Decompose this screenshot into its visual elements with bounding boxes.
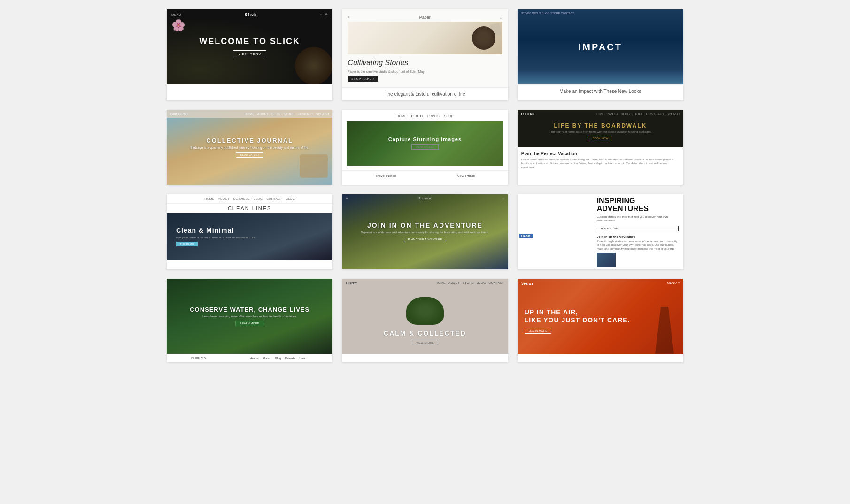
dusk-footer-brand: DUSK 2.0: [191, 357, 206, 360]
theme-gallery: MENU Slick ⌕ ⊕ 🌸 WELCOME TO SLICK VIEW M…: [167, 9, 683, 362]
cento-footer: Travel Notes New Prints: [342, 170, 508, 181]
slick-hero-text: WELCOME TO SLICK: [199, 37, 300, 46]
birdseye-cta-button[interactable]: READ LATEST: [236, 152, 263, 158]
card-oasis[interactable]: OASIS INSPIRING ADVENTURES Curated stori…: [518, 194, 683, 269]
lucent-brand: LUCENT: [521, 112, 534, 115]
superset-cta-button[interactable]: PLAN YOUR ADVENTURE: [404, 237, 447, 242]
card-impact[interactable]: STORY ABOUT BLOG STORE CONTACT IMPACT Ma…: [518, 9, 683, 100]
venus-brand: Venus: [521, 281, 534, 286]
impact-footer: Make an Impact with These New Looks: [518, 84, 683, 98]
paper-cta-button[interactable]: SHOP PAPER: [348, 76, 378, 82]
oasis-subtext: Join in on the Adventure: [597, 235, 679, 238]
venus-cta-button[interactable]: LEARN MORE: [525, 328, 552, 334]
birdseye-home: HOME: [245, 112, 255, 115]
venus-preview: Venus MENU ≡ UP IN THE AIR, LIKE YOU JUS…: [518, 279, 683, 354]
unite-store: STORE: [463, 281, 474, 285]
paper-footer: The elegant & tasteful cultivation of li…: [342, 87, 508, 100]
birdseye-house-deco: [300, 154, 328, 178]
birdseye-contact: CONTACT: [297, 112, 313, 115]
oasis-right-content: INSPIRING ADVENTURES Curated stories and…: [592, 194, 683, 269]
dusk-nav-lunch: Lunch: [299, 357, 308, 360]
unite-home: HOME: [436, 281, 446, 285]
card-superset[interactable]: ≡ Superset ⌕ JOIN IN ON THE ADVENTURE Su…: [342, 194, 508, 269]
cento-nav2: CENTO: [411, 115, 423, 118]
slick-cta-button[interactable]: VIEW MENU: [233, 50, 266, 57]
cento-nav: HOME CENTO PRINTS SHOP: [347, 115, 503, 118]
paper-coffee-cup: [472, 26, 495, 50]
impact-nav: STORY ABOUT BLOG STORE CONTACT: [518, 9, 683, 17]
lucent-cta-button[interactable]: BOOK NOW: [588, 136, 612, 141]
cento-hero-image: Capture Stunning Images VIEW LATEST: [347, 121, 503, 166]
cleanlines-nav: HOME ABOUT SERVICES BLOG CONTACT BLOG: [167, 194, 332, 204]
dusk-nav-donate: Donate: [285, 357, 296, 360]
dusk-hero-text: CONSERVE WATER, CHANGE LIVES: [190, 306, 309, 313]
birdseye-desc: Birdseye is a quarterly published journe…: [190, 146, 309, 149]
lucent-invest: INVEST: [607, 112, 618, 115]
lucent-bottom-section: Plan the Perfect Vacation Lorem ipsum do…: [518, 147, 683, 185]
card-cento[interactable]: HOME CENTO PRINTS SHOP Capture Stunning …: [342, 110, 508, 185]
card-venus[interactable]: Venus MENU ≡ UP IN THE AIR, LIKE YOU JUS…: [518, 279, 683, 362]
superset-menu-icon: ≡: [346, 197, 348, 200]
birdseye-hero-text: COLLECTIVE JOURNAL: [206, 137, 293, 144]
cleanlines-hero-desc: Everyone needs a breath of fresh air ami…: [176, 236, 256, 239]
impact-preview: STORY ABOUT BLOG STORE CONTACT IMPACT: [518, 9, 683, 84]
cento-home: HOME: [397, 115, 407, 118]
dusk-nav-home: Home: [250, 357, 259, 360]
oasis-cta-button[interactable]: BOOK A TRIP: [597, 226, 679, 231]
card-paper[interactable]: ≡ Paper ⌕ Cultivating Stories Paper is t…: [342, 9, 508, 100]
oasis-small-text: Read through stories and memories of our…: [597, 239, 679, 251]
dusk-preview: CONSERVE WATER, CHANGE LIVES Learn how c…: [167, 279, 332, 354]
paper-menu-icon: ≡: [348, 15, 350, 20]
dusk-desc: Learn how conserving water affects much …: [202, 315, 297, 318]
card-slick[interactable]: MENU Slick ⌕ ⊕ 🌸 WELCOME TO SLICK VIEW M…: [167, 9, 332, 100]
paper-brand: Paper: [419, 15, 431, 20]
cleanlines-hero-title: Clean & Minimal: [176, 227, 234, 234]
lucent-nav: LUCENT HOME INVEST BLOG STORE CONTRACT S…: [518, 110, 683, 118]
cleanlines-nav-blog: BLOG: [254, 197, 263, 200]
unite-nav: UNITE HOME ABOUT STORE BLOG CONTACT: [342, 279, 508, 288]
cleanlines-cta-button[interactable]: THE BLOG: [176, 242, 198, 246]
card-dusk[interactable]: CONSERVE WATER, CHANGE LIVES Learn how c…: [167, 279, 332, 362]
oasis-thumbnail: [597, 253, 616, 267]
unite-blog: BLOG: [477, 281, 486, 285]
dusk-footer-nav: Home About Blog Donate Lunch: [250, 357, 309, 360]
cento-nav3: PRINTS: [427, 115, 440, 118]
venus-hero-text: UP IN THE AIR, LIKE YOU JUST DON'T CARE.: [518, 308, 630, 324]
unite-preview: UNITE HOME ABOUT STORE BLOG CONTACT CALM…: [342, 279, 508, 354]
paper-hero-image: [348, 22, 502, 54]
slick-menu: MENU: [171, 13, 181, 16]
paper-desc: Paper is the creative studio & shopfront…: [348, 70, 425, 73]
lucent-top-title: LIFE BY THE BOARDWALK: [554, 122, 647, 129]
cart-icon: ⊕: [325, 13, 328, 16]
search-icon: ⌕: [320, 13, 322, 16]
cleanlines-nav-services: SERVICES: [233, 197, 249, 200]
card-lucent[interactable]: LUCENT HOME INVEST BLOG STORE CONTRACT S…: [518, 110, 683, 185]
dusk-cta-button[interactable]: LEARN MORE: [235, 321, 264, 326]
impact-waves-deco: [518, 70, 683, 84]
cleanlines-hero-section: Clean & Minimal Everyone needs a breath …: [167, 213, 332, 260]
impact-nav-links: STORY ABOUT BLOG STORE CONTACT: [521, 12, 574, 15]
birdseye-about: ABOUT: [257, 112, 269, 115]
cleanlines-nav-blog2: BLOG: [286, 197, 295, 200]
birdseye-brand: BIRDSEYE: [170, 112, 187, 115]
oasis-preview: OASIS INSPIRING ADVENTURES Curated stori…: [518, 194, 683, 269]
cento-cta-button[interactable]: VIEW LATEST: [411, 144, 438, 150]
card-unite[interactable]: UNITE HOME ABOUT STORE BLOG CONTACT CALM…: [342, 279, 508, 362]
lucent-splash: SPLASH: [666, 112, 680, 115]
unite-nav-links: HOME ABOUT STORE BLOG CONTACT: [436, 281, 504, 285]
slick-brand: Slick: [245, 12, 257, 17]
cento-hero-text: Capture Stunning Images: [388, 137, 462, 142]
superset-brand: Superset: [418, 197, 432, 200]
card-cleanlines[interactable]: HOME ABOUT SERVICES BLOG CONTACT BLOG CL…: [167, 194, 332, 269]
cento-preview: HOME CENTO PRINTS SHOP Capture Stunning …: [342, 110, 508, 170]
superset-nav: ≡ Superset ⌕: [342, 194, 508, 202]
oasis-title: INSPIRING ADVENTURES: [597, 197, 679, 213]
cleanlines-page-title: CLEAN LINES: [167, 204, 332, 213]
unite-plant-deco: [406, 297, 444, 325]
card-birdseye[interactable]: BIRDSEYE HOME ABOUT BLOG STORE CONTACT S…: [167, 110, 332, 185]
birdseye-store: STORE: [283, 112, 294, 115]
oasis-desc: Curated stories and trips that help you …: [597, 215, 679, 223]
birdseye-blog: BLOG: [271, 112, 280, 115]
paper-preview: ≡ Paper ⌕ Cultivating Stories Paper is t…: [342, 9, 508, 87]
unite-cta-button[interactable]: VIEW STORE: [412, 340, 438, 345]
